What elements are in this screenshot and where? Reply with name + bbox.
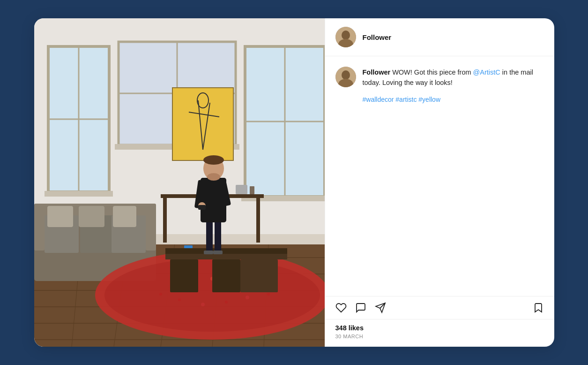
meta-area: 348 likes 30 MARCH xyxy=(325,319,554,347)
svg-rect-68 xyxy=(215,220,221,253)
svg-rect-45 xyxy=(47,206,73,227)
share-button[interactable] xyxy=(375,302,386,313)
svg-rect-46 xyxy=(79,206,104,227)
svg-point-83 xyxy=(342,70,350,80)
svg-rect-75 xyxy=(198,205,206,210)
post-date: 30 MARCH xyxy=(335,334,544,339)
svg-point-57 xyxy=(225,301,228,304)
svg-rect-34 xyxy=(256,198,260,243)
svg-rect-37 xyxy=(250,186,254,194)
comment-button[interactable] xyxy=(355,302,366,313)
svg-rect-66 xyxy=(184,245,193,248)
svg-point-59 xyxy=(159,293,162,296)
post-card: Follower Follower WOW! Got this piece fr… xyxy=(34,18,554,347)
caption-text: Follower WOW! Got this piece from @Artis… xyxy=(363,67,544,105)
svg-rect-62 xyxy=(165,254,287,259)
header-username: Follower xyxy=(363,33,392,41)
svg-rect-33 xyxy=(163,198,167,243)
bookmark-button[interactable] xyxy=(533,302,544,313)
post-header: Follower xyxy=(325,18,554,56)
svg-point-78 xyxy=(207,173,220,181)
svg-rect-65 xyxy=(240,259,278,292)
caption-area: Follower WOW! Got this piece from @Artis… xyxy=(325,56,554,297)
svg-rect-70 xyxy=(213,251,223,254)
post-info-panel: Follower Follower WOW! Got this piece fr… xyxy=(325,18,554,347)
svg-point-56 xyxy=(201,303,205,306)
caption-avatar[interactable] xyxy=(335,67,356,87)
like-button[interactable] xyxy=(335,302,347,313)
caption-text-before-mention: WOW! Got this piece from xyxy=(390,68,473,76)
svg-rect-67 xyxy=(206,220,213,253)
svg-rect-40 xyxy=(34,213,45,251)
header-avatar[interactable] xyxy=(335,27,356,47)
caption-mention[interactable]: @ArtistC xyxy=(473,68,500,76)
caption-username[interactable]: Follower xyxy=(363,68,391,76)
svg-rect-69 xyxy=(204,251,213,254)
svg-rect-64 xyxy=(212,259,240,292)
svg-point-58 xyxy=(246,296,249,299)
svg-rect-47 xyxy=(113,206,136,227)
post-image xyxy=(34,18,325,347)
svg-point-55 xyxy=(178,298,181,301)
svg-rect-36 xyxy=(236,185,247,194)
svg-point-77 xyxy=(203,155,224,165)
svg-point-80 xyxy=(342,30,350,40)
svg-rect-17 xyxy=(45,191,113,197)
actions-left xyxy=(335,302,386,313)
svg-point-60 xyxy=(267,293,270,296)
actions-row xyxy=(325,297,554,319)
caption-hashtags[interactable]: #walldecor #artistc #yellow xyxy=(363,95,544,105)
svg-rect-63 xyxy=(170,259,198,292)
likes-count: 348 likes xyxy=(335,324,544,332)
svg-rect-41 xyxy=(146,213,156,251)
svg-rect-61 xyxy=(165,248,287,254)
